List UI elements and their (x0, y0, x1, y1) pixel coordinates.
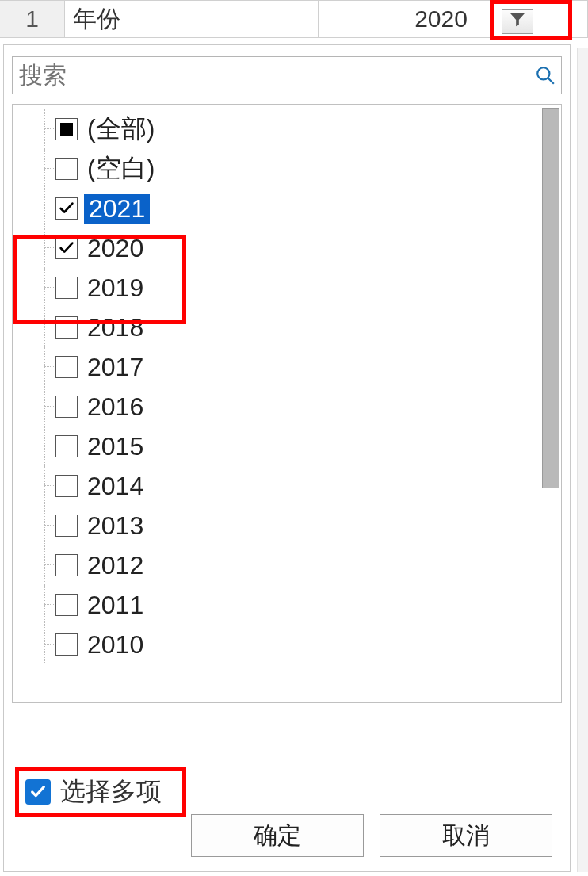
tree-item-label: (全部) (84, 112, 158, 147)
tree-item-label: 2013 (84, 511, 147, 541)
checkbox-checked-icon (25, 779, 51, 805)
search-input[interactable] (13, 57, 529, 94)
field-name-text: 年份 (73, 3, 120, 36)
field-name-cell[interactable]: 年份 (65, 0, 319, 37)
tree-item-year[interactable]: 2017 (13, 347, 539, 387)
tree-item-label: 2016 (84, 392, 147, 422)
checkbox-unchecked-icon[interactable] (55, 475, 78, 497)
funnel-dropdown-icon (509, 11, 526, 32)
tree-item-all[interactable]: (全部) (13, 109, 539, 149)
tree-item-label: 2018 (84, 313, 147, 342)
tree-item-year[interactable]: 2010 (13, 625, 539, 664)
tree-item-year[interactable]: 2021 (13, 189, 539, 228)
filter-tree-container: (全部) (空白) 202120202019201820172016201520… (12, 104, 562, 703)
checkbox-unchecked-icon[interactable] (55, 158, 78, 180)
tree-item-year[interactable]: 2020 (13, 228, 539, 268)
checkbox-indeterminate-icon[interactable] (55, 118, 78, 140)
svg-point-0 (537, 67, 549, 79)
svg-line-1 (548, 78, 554, 84)
cancel-button[interactable]: 取消 (380, 814, 552, 857)
row-number-cell: 1 (0, 0, 65, 37)
search-icon (529, 65, 561, 86)
tree-item-year[interactable]: 2012 (13, 545, 539, 585)
tree-item-label: 2012 (84, 551, 147, 580)
background-gridline (577, 48, 588, 872)
checkbox-unchecked-icon[interactable] (55, 396, 78, 418)
vertical-scrollbar[interactable] (542, 108, 559, 488)
tree-item-year[interactable]: 2011 (13, 585, 539, 625)
tree-item-year[interactable]: 2015 (13, 427, 539, 466)
checkbox-unchecked-icon[interactable] (55, 356, 78, 378)
row-number: 1 (25, 6, 39, 33)
checkbox-unchecked-icon[interactable] (55, 594, 78, 616)
tree-item-year[interactable]: 2019 (13, 268, 539, 308)
tree-item-label: 2017 (84, 353, 147, 382)
tree-item-year[interactable]: 2013 (13, 506, 539, 545)
tree-item-label: (空白) (84, 151, 158, 186)
tree-item-label: 2011 (84, 591, 147, 620)
cancel-button-label: 取消 (442, 820, 490, 852)
tree-item-label: 2014 (84, 472, 147, 501)
checkbox-unchecked-icon[interactable] (55, 316, 78, 339)
filter-button-highlight (490, 0, 572, 40)
tree-item-label: 2010 (84, 630, 147, 660)
checkbox-unchecked-icon[interactable] (55, 515, 78, 537)
field-value-text: 2020 (414, 6, 468, 33)
tree-item-label: 2021 (84, 194, 150, 224)
checkbox-unchecked-icon[interactable] (55, 633, 78, 656)
checkbox-unchecked-icon[interactable] (55, 554, 78, 576)
checkbox-checked-icon[interactable] (55, 237, 78, 259)
tree-item-label: 2019 (84, 274, 147, 303)
select-multiple-label: 选择多项 (60, 775, 162, 809)
checkbox-checked-icon[interactable] (55, 197, 78, 220)
ok-button-label: 确定 (254, 820, 301, 852)
tree-item-year[interactable]: 2018 (13, 308, 539, 347)
tree-item-year[interactable]: 2014 (13, 466, 539, 506)
tree-item-year[interactable]: 2016 (13, 387, 539, 427)
filter-dropdown-button[interactable] (502, 9, 533, 34)
search-box[interactable] (12, 56, 562, 94)
filter-tree: (全部) (空白) 202120202019201820172016201520… (13, 105, 539, 702)
dialog-button-row: 确定 取消 (4, 814, 570, 865)
checkbox-unchecked-icon[interactable] (55, 277, 78, 299)
checkbox-unchecked-icon[interactable] (55, 435, 78, 457)
tree-item-blank[interactable]: (空白) (13, 149, 539, 189)
filter-dropdown-panel: (全部) (空白) 202120202019201820172016201520… (3, 44, 571, 872)
ok-button[interactable]: 确定 (191, 814, 364, 857)
tree-item-label: 2015 (84, 432, 147, 461)
select-multiple-option[interactable]: 选择多项 (15, 767, 186, 817)
tree-item-label: 2020 (84, 234, 147, 263)
